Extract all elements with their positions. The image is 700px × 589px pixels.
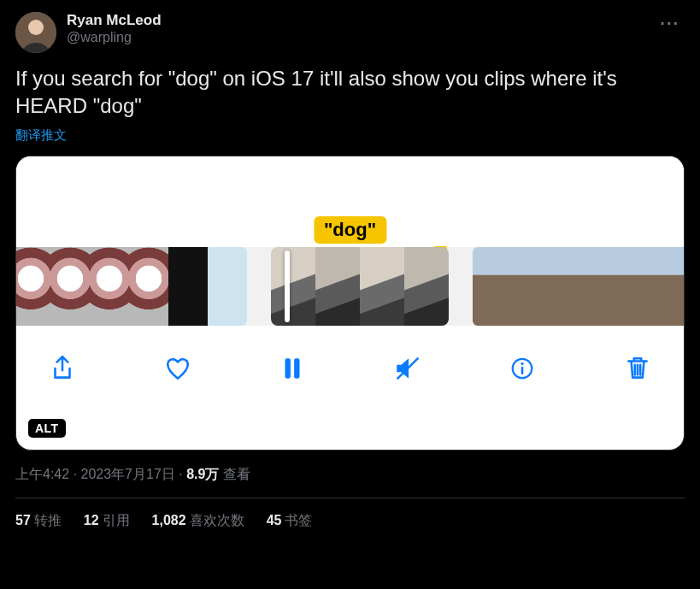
video-frame: [473, 247, 512, 326]
author-names: Ryan McLeod @warpling: [67, 12, 644, 46]
alt-badge[interactable]: ALT: [28, 419, 66, 438]
video-frame: [90, 247, 129, 326]
views-count[interactable]: 8.9万: [186, 467, 219, 481]
playhead-icon[interactable]: [285, 250, 290, 322]
svg-rect-2: [285, 358, 291, 378]
svg-point-1: [28, 20, 44, 35]
avatar[interactable]: [15, 12, 56, 53]
clip-group[interactable]: [15, 247, 247, 326]
video-frame: [315, 247, 360, 326]
media-header-area: "dog": [16, 156, 684, 247]
stat-retweets[interactable]: 57转推: [15, 512, 62, 530]
display-name[interactable]: Ryan McLeod: [67, 12, 644, 29]
video-frame: [208, 247, 247, 326]
stat-likes[interactable]: 1,082喜欢次数: [152, 512, 244, 530]
video-frame: [15, 247, 50, 326]
video-timeline[interactable]: [16, 247, 684, 326]
views-label: 查看: [223, 467, 250, 481]
share-icon[interactable]: [45, 351, 79, 386]
video-frame: [669, 247, 685, 326]
video-frame: [271, 247, 315, 326]
search-term-badge: "dog": [314, 216, 386, 244]
tweet-meta: 上午4:42 · 2023年7月17日 · 8.9万 查看: [15, 466, 685, 484]
info-icon[interactable]: [505, 351, 539, 386]
heart-icon[interactable]: [161, 351, 195, 386]
video-frame: [50, 247, 90, 326]
tweet-text: If you search for "dog" on iOS 17 it'll …: [15, 65, 685, 121]
video-frame: [551, 247, 591, 326]
media-toolbar: [16, 326, 684, 411]
svg-rect-7: [521, 366, 524, 374]
video-frame: [630, 247, 669, 326]
more-icon[interactable]: ···: [655, 12, 685, 35]
mute-icon[interactable]: [391, 351, 425, 386]
clip-group-active[interactable]: [271, 247, 449, 326]
translate-link[interactable]: 翻译推文: [15, 127, 67, 144]
svg-point-6: [521, 362, 524, 365]
tweet-stats: 57转推 12引用 1,082喜欢次数 45书签: [15, 498, 685, 530]
video-frame: [129, 247, 168, 326]
clip-group[interactable]: [473, 247, 685, 326]
tweet-date[interactable]: 2023年7月17日: [80, 467, 174, 481]
stat-quotes[interactable]: 12引用: [84, 512, 130, 530]
tweet-time[interactable]: 上午4:42: [15, 467, 69, 481]
trash-icon[interactable]: [621, 351, 655, 386]
handle[interactable]: @warpling: [67, 29, 644, 46]
video-frame: [360, 247, 404, 326]
video-frame: [168, 247, 208, 326]
video-frame: [404, 247, 449, 326]
tweet-container: Ryan McLeod @warpling ··· If you search …: [0, 0, 700, 530]
svg-rect-3: [294, 358, 299, 378]
video-frame: [591, 247, 630, 326]
media-attachment[interactable]: "dog": [15, 156, 685, 451]
tweet-header: Ryan McLeod @warpling ···: [15, 12, 685, 53]
video-frame: [512, 247, 551, 326]
stat-bookmarks[interactable]: 45书签: [267, 512, 313, 530]
pause-icon[interactable]: [275, 351, 309, 386]
